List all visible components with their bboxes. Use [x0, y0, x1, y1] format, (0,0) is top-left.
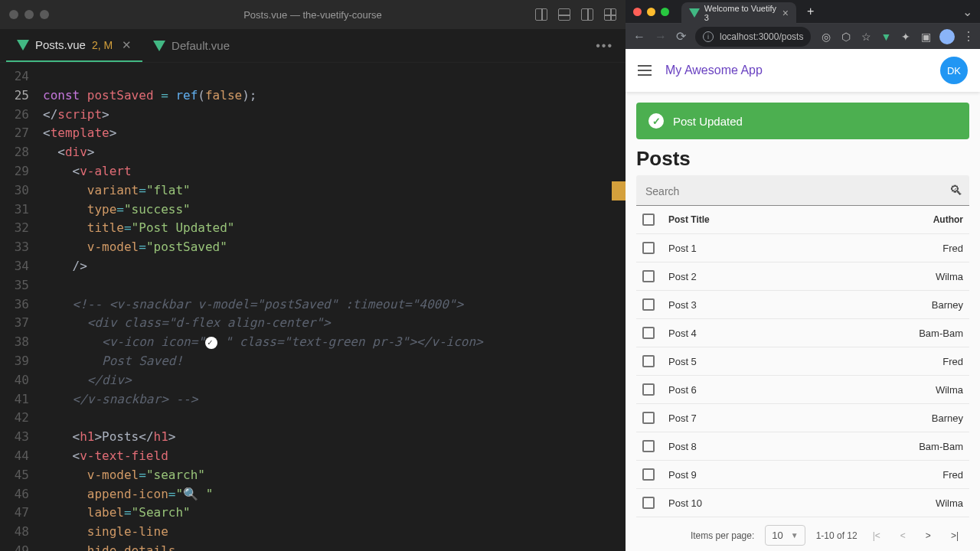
- row-checkbox[interactable]: [642, 497, 655, 509]
- layout-bottom-icon[interactable]: [558, 8, 570, 21]
- code-line[interactable]: append-icon="🔍 ": [43, 485, 626, 504]
- table-row[interactable]: Post 6Wilma: [636, 376, 969, 404]
- code-line[interactable]: label="Search": [43, 504, 626, 523]
- chrome-tab-strip: Welcome to Vuetify 3 × + ⌄: [626, 0, 980, 23]
- nav-back-button[interactable]: ←: [633, 30, 645, 44]
- line-number: 26: [0, 106, 29, 125]
- code-line[interactable]: <!-- <v-snackbar v-model="postSaved" :ti…: [43, 295, 626, 315]
- code-line[interactable]: </script>: [43, 106, 626, 125]
- tab-close-icon[interactable]: ×: [782, 7, 789, 19]
- code-line[interactable]: variant="flat": [43, 181, 626, 201]
- ext-icon[interactable]: ⬡: [840, 31, 852, 43]
- new-tab-button[interactable]: +: [802, 5, 818, 18]
- code-line[interactable]: <v-icon icon=" " class="text-green pr-3"…: [43, 333, 626, 352]
- tab-overflow-icon[interactable]: •••: [596, 39, 613, 53]
- row-checkbox[interactable]: [642, 440, 655, 452]
- row-checkbox[interactable]: [642, 412, 655, 424]
- code-line[interactable]: <h1>Posts</h1>: [43, 428, 626, 447]
- browser-tab[interactable]: Welcome to Vuetify 3 ×: [681, 2, 796, 24]
- code-line[interactable]: />: [43, 257, 626, 276]
- code-line[interactable]: [43, 409, 626, 428]
- address-bar[interactable]: i localhost:3000/posts: [695, 27, 811, 47]
- code-line[interactable]: [43, 276, 626, 295]
- code-line[interactable]: v-model="postSaved": [43, 238, 626, 257]
- tab-chevron-icon[interactable]: ⌄: [962, 5, 972, 19]
- tab-filename: Default.vue: [172, 39, 230, 52]
- code-line[interactable]: <v-alert: [43, 162, 626, 181]
- table-row[interactable]: Post 5Fred: [636, 347, 969, 376]
- editor-tabs: Posts.vue 2, M ✕ Default.vue •••: [0, 29, 626, 63]
- header-title[interactable]: Post Title: [668, 214, 933, 225]
- hamburger-icon[interactable]: [638, 65, 652, 76]
- table-row[interactable]: Post 1Fred: [636, 234, 969, 262]
- nav-reload-button[interactable]: ⟳: [676, 29, 686, 44]
- row-checkbox[interactable]: [642, 242, 655, 254]
- code-line[interactable]: <v-text-field: [43, 447, 626, 466]
- layout-grid-icon[interactable]: [604, 8, 616, 21]
- window-fullscreen-icon[interactable]: [40, 10, 49, 19]
- browser-panel: Welcome to Vuetify 3 × + ⌄ ← → ⟳ i local…: [626, 0, 980, 551]
- profile-avatar-icon[interactable]: [939, 29, 955, 44]
- next-page-button[interactable]: >: [921, 530, 936, 541]
- tab-close-icon[interactable]: ✕: [122, 38, 132, 52]
- code-line[interactable]: v-model="search": [43, 466, 626, 485]
- row-checkbox[interactable]: [642, 383, 655, 396]
- table-row[interactable]: Post 3Barney: [636, 291, 969, 319]
- nav-forward-button[interactable]: →: [655, 30, 667, 44]
- code-line[interactable]: single-line: [43, 523, 626, 542]
- layout-left-icon[interactable]: [535, 8, 547, 21]
- table-row[interactable]: Post 7Barney: [636, 404, 969, 432]
- editor-layout-controls: [535, 8, 616, 21]
- window-minimize-icon[interactable]: [647, 8, 655, 16]
- last-page-button[interactable]: >|: [946, 530, 963, 541]
- tab-posts-vue[interactable]: Posts.vue 2, M ✕: [6, 29, 142, 62]
- table-row[interactable]: Post 4Bam-Bam: [636, 319, 969, 347]
- extensions-icon[interactable]: ✦: [900, 31, 912, 43]
- tab-default-vue[interactable]: Default.vue: [142, 29, 240, 62]
- header-author[interactable]: Author: [933, 214, 963, 225]
- line-number: 27: [0, 124, 29, 143]
- window-close-icon[interactable]: [633, 8, 642, 16]
- code-line[interactable]: <div>: [43, 143, 626, 162]
- prev-page-button[interactable]: <: [896, 530, 910, 541]
- row-checkbox[interactable]: [642, 355, 655, 367]
- ext-icon[interactable]: ◎: [820, 31, 832, 43]
- site-info-icon[interactable]: i: [703, 31, 714, 42]
- code-line[interactable]: <div class="d-flex align-center">: [43, 314, 626, 333]
- table-row[interactable]: Post 8Bam-Bam: [636, 432, 969, 461]
- table-row[interactable]: Post 2Wilma: [636, 262, 969, 291]
- app-content: My Awesome App DK ✓ Post Updated Posts S…: [626, 49, 980, 551]
- code-line[interactable]: const postSaved = ref(false);: [43, 86, 626, 106]
- code-line[interactable]: [43, 67, 626, 86]
- code-line[interactable]: type="success": [43, 201, 626, 220]
- vue-devtools-icon[interactable]: ▼: [880, 31, 892, 43]
- chrome-menu-icon[interactable]: ⋮: [962, 29, 975, 44]
- row-author: Barney: [932, 299, 963, 311]
- row-checkbox[interactable]: [642, 298, 655, 311]
- table-row[interactable]: Post 9Fred: [636, 461, 969, 489]
- search-field[interactable]: Search 🔍︎: [636, 175, 969, 206]
- bookmark-icon[interactable]: ☆: [860, 31, 872, 43]
- row-checkbox[interactable]: [642, 270, 655, 282]
- editor-body[interactable]: 2425262728293031323334353637383940414243…: [0, 63, 626, 551]
- user-avatar[interactable]: DK: [940, 57, 968, 84]
- window-minimize-icon[interactable]: [24, 10, 34, 19]
- code-line[interactable]: Post Saved!: [43, 352, 626, 371]
- row-checkbox[interactable]: [642, 327, 655, 339]
- layout-right-icon[interactable]: [581, 8, 593, 21]
- items-per-page-select[interactable]: 10 ▼: [765, 525, 805, 546]
- code-line[interactable]: title="Post Updated": [43, 219, 626, 238]
- code-line[interactable]: </div>: [43, 371, 626, 390]
- window-fullscreen-icon[interactable]: [661, 8, 669, 16]
- code-line[interactable]: </v-snackbar> -->: [43, 390, 626, 409]
- code-line[interactable]: <template>: [43, 124, 626, 143]
- code-line[interactable]: hide-details: [43, 542, 626, 551]
- code-area[interactable]: const postSaved = ref(false);</script><t…: [43, 67, 626, 551]
- sidepanel-icon[interactable]: ▣: [920, 31, 932, 43]
- table-row[interactable]: Post 10Wilma: [636, 489, 969, 517]
- select-all-checkbox[interactable]: [642, 214, 655, 226]
- row-checkbox[interactable]: [642, 468, 655, 481]
- window-close-icon[interactable]: [9, 10, 18, 19]
- search-icon[interactable]: 🔍︎: [949, 183, 966, 199]
- first-page-button[interactable]: |<: [868, 530, 885, 541]
